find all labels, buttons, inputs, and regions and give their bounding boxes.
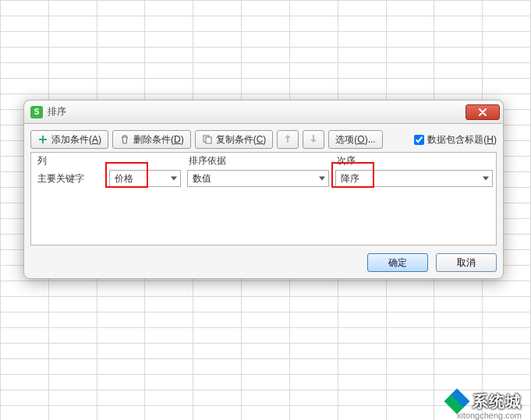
- dialog-footer: 确定 取消: [30, 245, 497, 272]
- header-order: 次序: [335, 154, 499, 168]
- trash-icon: [119, 134, 130, 145]
- watermark-brand: 系统城: [446, 390, 522, 412]
- basis-select-value: 数值: [193, 172, 211, 185]
- copy-condition-button[interactable]: 复制条件(C): [195, 130, 274, 149]
- close-icon: [479, 108, 487, 116]
- header-checkbox-label[interactable]: 数据包含标题(H): [414, 133, 497, 146]
- panel-header: 列 排序依据 次序: [31, 153, 496, 168]
- options-button[interactable]: 选项(O)...: [328, 130, 382, 149]
- basis-select[interactable]: 数值: [187, 170, 329, 187]
- condition-row: 主要关键字 价格 数值 降序: [31, 168, 496, 189]
- column-select-value: 价格: [115, 172, 133, 185]
- app-icon: S: [30, 106, 43, 118]
- plus-icon: [37, 134, 48, 145]
- order-select-value: 降序: [341, 172, 359, 185]
- chevron-down-icon: [171, 177, 177, 181]
- arrow-up-icon: [284, 134, 292, 146]
- watermark-url: xitongcheng.com: [457, 411, 522, 420]
- header-basis: 排序依据: [187, 154, 335, 168]
- move-down-button[interactable]: [303, 130, 324, 149]
- dialog-title: 排序: [48, 105, 461, 118]
- chevron-down-icon: [483, 177, 489, 181]
- move-up-button[interactable]: [277, 130, 299, 149]
- cancel-button[interactable]: 取消: [436, 253, 497, 272]
- watermark-logo-icon: [446, 390, 468, 412]
- chevron-down-icon: [319, 177, 325, 181]
- watermark-brand-text: 系统城: [473, 391, 522, 412]
- sort-dialog: S 排序 添加条件(A) 删除条件(D): [23, 100, 504, 279]
- arrow-down-icon: [310, 134, 317, 146]
- close-button[interactable]: [466, 104, 500, 120]
- delete-condition-button[interactable]: 删除条件(D): [112, 130, 191, 149]
- header-column: 列: [36, 154, 109, 168]
- column-select[interactable]: 价格: [109, 170, 181, 187]
- order-select[interactable]: 降序: [335, 170, 493, 187]
- row-label: 主要关键字: [36, 172, 109, 185]
- ok-button[interactable]: 确定: [367, 253, 428, 272]
- add-condition-button[interactable]: 添加条件(A): [30, 130, 108, 149]
- svg-rect-1: [206, 137, 211, 143]
- dialog-body: 添加条件(A) 删除条件(D) 复制条件(C): [23, 123, 504, 279]
- copy-icon: [202, 134, 213, 145]
- dialog-titlebar: S 排序: [23, 100, 504, 123]
- header-checkbox[interactable]: [414, 135, 424, 145]
- toolbar: 添加条件(A) 删除条件(D) 复制条件(C): [30, 130, 497, 149]
- conditions-panel: 列 排序依据 次序 主要关键字 价格 数值 降序: [30, 152, 497, 245]
